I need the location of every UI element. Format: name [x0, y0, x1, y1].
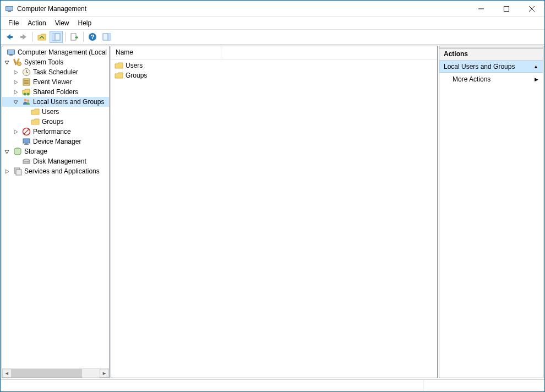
svg-rect-19 — [8, 50, 14, 54]
tree-disk-management[interactable]: Disk Management — [2, 156, 109, 166]
collapse-icon[interactable] — [13, 100, 22, 105]
svg-point-33 — [24, 99, 27, 102]
svg-rect-45 — [16, 170, 21, 175]
svg-point-43 — [28, 161, 29, 162]
collapse-icon[interactable] — [4, 60, 13, 65]
expand-icon[interactable] — [13, 90, 22, 95]
svg-rect-4 — [504, 6, 509, 11]
actions-title: Actions — [439, 48, 543, 61]
tree-root[interactable]: Computer Management (Local — [2, 47, 109, 57]
statusbar-cell — [1, 380, 423, 391]
minimize-button[interactable] — [468, 1, 494, 17]
tree-label: Services and Applications — [24, 167, 100, 175]
scroll-thumb[interactable] — [12, 369, 82, 378]
menu-view[interactable]: View — [51, 18, 74, 28]
tree-groups[interactable]: Groups — [2, 117, 109, 127]
close-button[interactable] — [519, 1, 544, 17]
column-name[interactable]: Name — [111, 46, 221, 59]
tree-label: Computer Management (Local — [18, 48, 107, 56]
folder-icon — [31, 117, 40, 126]
event-viewer-icon — [22, 78, 31, 86]
content: Computer Management (Local System Tools … — [1, 45, 544, 379]
list-body[interactable]: Users Groups — [111, 59, 437, 378]
list-item-label: Groups — [126, 72, 147, 79]
scroll-track[interactable] — [12, 369, 100, 378]
svg-rect-7 — [10, 36, 13, 38]
svg-rect-10 — [52, 34, 55, 40]
maximize-button[interactable] — [494, 1, 519, 17]
help-button[interactable]: ? — [86, 31, 99, 43]
up-button[interactable] — [35, 31, 48, 43]
svg-point-42 — [23, 159, 30, 161]
list-item-users[interactable]: Users — [111, 61, 437, 70]
tree[interactable]: Computer Management (Local System Tools … — [2, 46, 109, 368]
export-list-button[interactable] — [68, 31, 81, 43]
storage-icon — [13, 147, 22, 156]
tree-users[interactable]: Users — [2, 107, 109, 117]
svg-text:?: ? — [91, 34, 95, 40]
tree-label: Storage — [24, 148, 47, 155]
horizontal-scrollbar[interactable]: ◄ ► — [2, 368, 109, 378]
menu-help[interactable]: Help — [74, 18, 96, 28]
expand-icon[interactable] — [13, 80, 22, 85]
svg-rect-2 — [8, 11, 11, 12]
svg-rect-37 — [23, 139, 30, 143]
tree-label: Device Manager — [33, 138, 81, 145]
toolbar-separator — [65, 32, 66, 42]
column-blank[interactable] — [221, 46, 437, 59]
svg-point-34 — [27, 100, 29, 102]
menu-file[interactable]: File — [4, 18, 23, 28]
services-applications-icon — [13, 167, 22, 176]
statusbar-cell — [423, 380, 544, 391]
actions-section-header[interactable]: Local Users and Groups ▲ — [439, 61, 543, 73]
tree-services-applications[interactable]: Services and Applications — [2, 166, 109, 176]
show-hide-action-pane-button[interactable] — [100, 31, 113, 43]
expand-icon[interactable] — [13, 129, 22, 134]
forward-button[interactable] — [17, 31, 30, 43]
window: Computer Management File Action View Hel… — [0, 0, 545, 392]
collapse-icon: ▲ — [533, 64, 538, 69]
folder-icon — [31, 107, 40, 116]
collapse-icon[interactable] — [4, 149, 13, 154]
tree-performance[interactable]: Performance — [2, 127, 109, 137]
disk-management-icon — [22, 157, 31, 166]
back-button[interactable] — [3, 31, 16, 43]
performance-icon — [22, 127, 31, 136]
tree-label: Task Scheduler — [33, 68, 78, 76]
tree-local-users-groups[interactable]: Local Users and Groups — [2, 97, 109, 107]
expand-icon[interactable] — [13, 70, 22, 75]
scroll-right-button[interactable]: ► — [100, 369, 109, 378]
tree-device-manager[interactable]: Device Manager — [2, 137, 109, 146]
actions-item-label: More Actions — [453, 75, 490, 83]
tree-shared-folders[interactable]: Shared Folders — [2, 87, 109, 97]
tree-task-scheduler[interactable]: Task Scheduler — [2, 67, 109, 77]
actions-more-actions[interactable]: More Actions ▶ — [439, 73, 543, 86]
menubar: File Action View Help — [1, 17, 544, 29]
actions-pane: Actions Local Users and Groups ▲ More Ac… — [439, 46, 543, 378]
tree-pane: Computer Management (Local System Tools … — [2, 46, 110, 378]
system-tools-icon — [13, 58, 22, 67]
svg-point-31 — [24, 93, 26, 96]
list-item-label: Users — [126, 62, 143, 69]
tree-event-viewer[interactable]: Event Viewer — [2, 77, 109, 87]
menu-action[interactable]: Action — [23, 18, 50, 28]
list-header: Name — [111, 46, 437, 59]
tree-label: System Tools — [24, 58, 63, 66]
svg-rect-12 — [71, 34, 76, 40]
titlebar: Computer Management — [1, 1, 544, 17]
scroll-left-button[interactable]: ◄ — [2, 369, 12, 378]
list-item-groups[interactable]: Groups — [111, 70, 437, 80]
tree-storage[interactable]: Storage — [2, 146, 109, 156]
svg-rect-23 — [13, 59, 17, 65]
tree-label: Local Users and Groups — [33, 98, 104, 106]
expand-icon[interactable] — [4, 169, 13, 174]
tree-label: Event Viewer — [33, 78, 72, 86]
svg-rect-20 — [9, 55, 13, 56]
tree-label: Users — [42, 108, 59, 116]
tree-label: Shared Folders — [33, 88, 78, 96]
folder-icon — [115, 61, 123, 70]
shared-folders-icon — [22, 88, 31, 96]
tree-system-tools[interactable]: System Tools — [2, 57, 109, 67]
svg-rect-39 — [24, 144, 29, 145]
show-hide-tree-button[interactable] — [50, 31, 63, 43]
